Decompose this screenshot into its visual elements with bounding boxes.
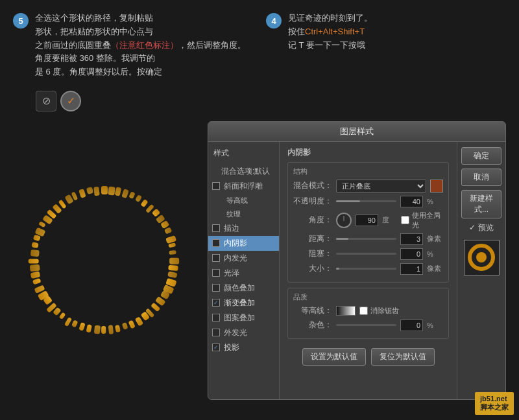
inner-shadow-item[interactable]: 内阴影 xyxy=(208,236,279,251)
shortcut-text: Ctrl+Alt+Shift+T xyxy=(305,27,365,36)
ring-dot xyxy=(78,322,85,331)
anti-alias-checkbox[interactable] xyxy=(359,307,368,315)
step5-block: 5 全选这个形状的路径，复制粘贴 形状，把粘贴的形状的中心点与 之前画过的底圆重… xyxy=(13,12,253,79)
ring-dot xyxy=(64,316,73,327)
drop-shadow-checkbox: ✓ xyxy=(212,344,220,351)
choke-slider-container xyxy=(336,253,396,255)
reset-default-button[interactable]: 复位为默认值 xyxy=(371,348,435,366)
quality-title: 品质 xyxy=(293,292,443,302)
new-style-button[interactable]: 新建样式... xyxy=(461,190,501,218)
inner-shadow-title: 内阴影 xyxy=(287,147,449,158)
size-unit: 像素 xyxy=(427,264,443,274)
main-panel: 内阴影 结构 混合模式： 正片叠底 不 xyxy=(280,142,457,400)
set-default-button[interactable]: 设置为默认值 xyxy=(302,348,366,366)
contour-item[interactable]: 等高线 xyxy=(208,194,279,207)
choke-input[interactable] xyxy=(400,248,423,260)
bevel-emboss-item[interactable]: 斜面和浮雕 xyxy=(208,179,279,194)
cancel-transform-button[interactable]: ⊘ xyxy=(36,91,56,111)
global-light-text: 使用全局光 xyxy=(412,211,443,230)
ring-dot xyxy=(169,258,179,264)
opacity-slider-container xyxy=(336,200,396,202)
red-annotation2: 标注） xyxy=(153,40,178,50)
angle-unit: 度 xyxy=(382,215,397,225)
step5-circle: 5 xyxy=(13,13,29,29)
ps-layer-style-dialog[interactable]: 图层样式 样式 混合选项:默认 斜面和浮雕 等高线 纹理 描边 内阴影 内发光 xyxy=(208,121,506,400)
ring-dot xyxy=(71,320,78,327)
opacity-label: 不透明度： xyxy=(293,196,332,207)
blend-mode-select[interactable]: 正片叠底 xyxy=(336,180,426,192)
opacity-input[interactable] xyxy=(400,196,423,207)
noise-row: 杂色： % xyxy=(293,320,443,331)
global-light-label[interactable]: 使用全局光 xyxy=(401,211,443,230)
ring-dot xyxy=(122,322,128,330)
outer-glow-checkbox xyxy=(212,329,220,336)
contour-thumbnail[interactable] xyxy=(336,306,356,316)
outer-glow-item[interactable]: 外发光 xyxy=(208,325,279,340)
contour-row: 等高线： 消除锯齿 xyxy=(293,305,443,316)
inner-glow-item[interactable]: 内发光 xyxy=(208,251,279,266)
ring-dot xyxy=(141,199,149,207)
blend-mode-label: 混合模式： xyxy=(293,180,332,191)
ring-dot xyxy=(108,325,114,334)
ring-dot xyxy=(165,235,176,244)
texture-item[interactable]: 纹理 xyxy=(208,207,279,221)
ring-dot xyxy=(29,259,39,263)
blend-color-box[interactable] xyxy=(430,180,443,192)
styles-title: 样式 xyxy=(208,145,279,161)
anti-alias-label[interactable]: 消除锯齿 xyxy=(359,306,399,316)
preview-svg xyxy=(467,243,496,272)
blend-mode-row: 混合模式： 正片叠底 xyxy=(293,180,443,192)
ring-dot xyxy=(86,324,91,332)
red-annotation: （注意红色 xyxy=(111,40,153,50)
step4-circle: 4 xyxy=(266,13,282,29)
angle-input[interactable] xyxy=(356,215,378,226)
ring-dot xyxy=(128,320,136,329)
satin-item[interactable]: 光泽 xyxy=(208,266,279,281)
ring-dot xyxy=(101,326,106,334)
ring-dot xyxy=(93,325,101,334)
satin-checkbox xyxy=(212,269,220,277)
gradient-overlay-item[interactable]: ✓渐变叠加 xyxy=(208,296,279,310)
noise-unit: % xyxy=(427,321,443,329)
stroke-item[interactable]: 描边 xyxy=(208,221,279,236)
pattern-overlay-item[interactable]: 图案叠加 xyxy=(208,310,279,325)
dialog-body: 样式 混合选项:默认 斜面和浮雕 等高线 纹理 描边 内阴影 内发光 光泽 xyxy=(208,142,505,400)
opacity-slider[interactable] xyxy=(336,200,396,202)
noise-label: 杂色： xyxy=(293,320,332,331)
ring-visualization xyxy=(13,121,195,400)
anti-alias-text: 消除锯齿 xyxy=(370,306,399,316)
ring-dot xyxy=(115,187,121,196)
choke-slider[interactable] xyxy=(336,253,396,255)
ring-container xyxy=(19,176,188,345)
instructions-area: 5 全选这个形状的路径，复制粘贴 形状，把粘贴的形状的中心点与 之前画过的底圆重… xyxy=(0,0,519,86)
global-light-checkbox[interactable] xyxy=(401,216,409,224)
confirm-transform-button[interactable]: ✓ xyxy=(60,91,81,111)
ok-button[interactable]: 确定 xyxy=(461,147,501,165)
noise-slider-container xyxy=(336,324,396,326)
watermark: jb51.net 脚本之家 xyxy=(475,392,514,415)
choke-unit: % xyxy=(427,250,443,258)
distance-input[interactable] xyxy=(400,233,423,245)
cancel-button[interactable]: 取消 xyxy=(461,169,501,186)
noise-slider[interactable] xyxy=(336,324,396,326)
drop-shadow-item[interactable]: ✓投影 xyxy=(208,340,279,355)
angle-dial[interactable] xyxy=(336,213,352,228)
watermark-line1: jb51.net xyxy=(480,395,509,402)
angle-indicator xyxy=(344,216,344,221)
structure-title: 结构 xyxy=(293,167,443,176)
ring-dot xyxy=(101,186,108,194)
choke-label: 阻塞： xyxy=(293,248,332,259)
svg-point-1 xyxy=(476,252,487,262)
preview-checkbox-container[interactable]: ✓ 预览 xyxy=(469,222,493,233)
blend-options-item[interactable]: 混合选项:默认 xyxy=(208,164,279,179)
ring-dot xyxy=(169,265,179,272)
ring-dot xyxy=(32,242,40,248)
noise-input[interactable] xyxy=(400,320,423,331)
size-label: 大小： xyxy=(293,263,332,274)
choke-row: 阻塞： % xyxy=(293,248,443,260)
size-slider[interactable] xyxy=(336,268,396,270)
color-overlay-item[interactable]: 颜色叠加 xyxy=(208,281,279,296)
angle-row: 角度： 度 使用全局光 xyxy=(293,211,443,230)
size-input[interactable] xyxy=(400,263,423,275)
distance-slider[interactable] xyxy=(336,238,396,240)
